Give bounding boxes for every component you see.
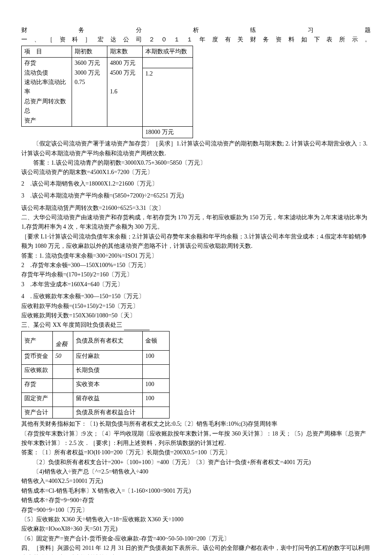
p6: 该公司本期流动赁产周转次数=21600÷6525=3.31〔次〕: [21, 203, 371, 213]
p24: 销售成本÷存货=9=900÷存货: [21, 496, 371, 505]
p3: 该公司流动资产的期末数=4500X1.6=7200〔万元〕: [21, 168, 371, 177]
p16: 三、某公司 XX 年度简回吐负债表处三: [21, 320, 371, 330]
t1-r1c3: 4800 万元: [110, 60, 135, 66]
blank-underline: [124, 330, 150, 330]
t1-r3c2: 0.75: [75, 79, 85, 85]
t1-r5c4: 1.2: [143, 68, 193, 127]
p29: 四、［资料］兴源公司 2011 年 12 月 31 日的资产负债表如下表所示。该…: [21, 543, 371, 555]
p28: 〔6〕固定资产=资产合计-货币资金-应收麻款-存货=400~50-50-100=…: [21, 534, 371, 543]
t2-h4: 金顿: [143, 331, 170, 350]
t2-r1c4: 100: [143, 350, 170, 364]
p14: 应收鞋款平均余额=(150+150)/2=150〔万元〕: [21, 302, 371, 311]
p23: 销售成本=Cl-销售毛利率〕X 销售收入=〔1-160×1000=9001 万元…: [21, 486, 371, 496]
p13: 4 . 应收账款年末余额=300—150=150〔万元〕: [21, 292, 371, 301]
t2-h3: 负债及所有者权丈: [73, 331, 143, 350]
t2-r1c1: 货币资金: [22, 350, 53, 364]
t1-r5c1: 资产: [24, 117, 36, 124]
title-2: 一、［资科］宏达公司２０１１年度有关财务资料如下表所示。: [21, 35, 371, 44]
t2-r1c3: 应付麻款: [73, 350, 143, 364]
p27: 应收麻款=IOooXI8÷360 天=501 万元): [21, 524, 371, 534]
t2-r2c1: 应收账款: [22, 364, 53, 378]
t2-r4c3: 留存收益: [73, 392, 143, 407]
t2-r4c4: 100: [143, 392, 170, 407]
p1: 〔假定该公司流动资产署于速动资产加存货〕［吴求］1.计算该公司流动资产的期初数与…: [21, 139, 371, 158]
t1-h2: 期初数: [72, 46, 107, 57]
t2-h1: 资产: [22, 331, 53, 350]
t1-h3: 期末数: [107, 46, 143, 57]
p2: 答案：1.该公司流动青产的期初数=3000X0.75+3600=5850〔万元〕: [21, 158, 371, 168]
t2-r3c1: 存货: [22, 378, 53, 392]
p20: 〔2〕负债和所有者权支合计=200+〔100+100〕=400〔万元〕〔3〕资产…: [21, 458, 371, 467]
p21: 〔4)销售收入÷资产总〔^=2.5=销售收入÷400: [21, 467, 371, 477]
t1-r1c2: 3600 万元: [75, 60, 100, 66]
p25: 存货=900÷9=100〔万元〕: [21, 506, 371, 515]
p16a: 三、某公司 XX 年度简回吐负债表处三: [21, 322, 124, 328]
p5: 3 .该公司本期流动资产平均余额=(5850+7200)÷2=65251 万元): [21, 191, 371, 200]
p26: 〔5〕应收账款 X360 天÷销售收入=18=应收账款 X360 天÷1000: [21, 515, 371, 524]
p12: 3 .本年营业成本=160X4=640〔万元〕: [21, 280, 371, 289]
p18: 〔存货按年末数计算〕:9 次；〔4〕平均收现期〔应收账款按年末数计算, 一年按 …: [21, 429, 371, 448]
t1-r6c4: 18000 万元: [143, 126, 193, 138]
t1-r3c1: 速动比率流动比率: [24, 79, 66, 95]
table-1: 项 目 期初数 期末数 本期数或平均数 存货 流动负债 速动比率流动比率 总资产…: [21, 46, 193, 139]
p17: 其他有关财务指标如下：〔1) 长期负债与所有者权丈之比:0.5;〔2〕销售毛利率…: [21, 419, 371, 429]
t1-r2c3: 4500 万元: [110, 70, 135, 76]
t1-r4c3: 1.6: [110, 88, 118, 95]
p19: 答案：〔1〕所有者权益=IO(H·100=200〔万元〕长期负债=200X0.5…: [21, 448, 371, 457]
t2-r5c3: 负债及所有者权益合计: [73, 407, 143, 418]
table-2: 资产 金额 负债及所有者权丈 金顿 货币资金 50 应付麻款 100 应收账款 …: [21, 331, 170, 418]
t2-r2c3: 长期负债: [73, 364, 143, 378]
p22: 销售收入=400X2.5=10001 万元): [21, 477, 371, 486]
t1-h4: 本期数或平均数: [143, 46, 193, 57]
p8: ［要求 L1·计算该公司流动负债年末余额；2.计算该公司存赞年末余额和年平均余额…: [21, 232, 371, 251]
t1-r1c1: 存货: [24, 60, 36, 66]
t1-r2c1: 流动负债: [24, 70, 48, 76]
t2-r3c4: 100: [143, 378, 170, 392]
p15: 应收账款周转天数=150X360/1080=50〔天〕: [21, 311, 371, 320]
p4: 2 .该公司本期销售收入=18000X1.2=21600〔万元〕: [21, 179, 371, 189]
title-1: 财务分析练习题: [21, 26, 371, 35]
p7: 二、大华公司流动资产由速动资产和存货构成，年初存货为 170 万元，年初应收赈款…: [21, 213, 371, 232]
t1-r4c1: 总资产周转次数总: [24, 98, 66, 114]
p9: 答案：1. 流动负债年末余额=300÷200¾=ISO1 万元〕: [21, 251, 371, 261]
t2-h2: 金额: [53, 331, 73, 350]
t2-r5c1: 资产合计: [22, 407, 53, 418]
p11: 存货年平均余额=(170+150)/2=160〔万元〕: [21, 270, 371, 279]
p10: 2 .存货年末余顿=300—150X100%=150〔万元〕: [21, 261, 371, 270]
t1-r2c2: 3000 万元: [75, 70, 100, 76]
t2-r4c1: 固定资产: [22, 392, 53, 407]
t1-h1: 项 目: [22, 46, 72, 57]
t2-r1c2: 50: [53, 350, 73, 364]
t2-r3c3: 实收资本: [73, 378, 143, 392]
